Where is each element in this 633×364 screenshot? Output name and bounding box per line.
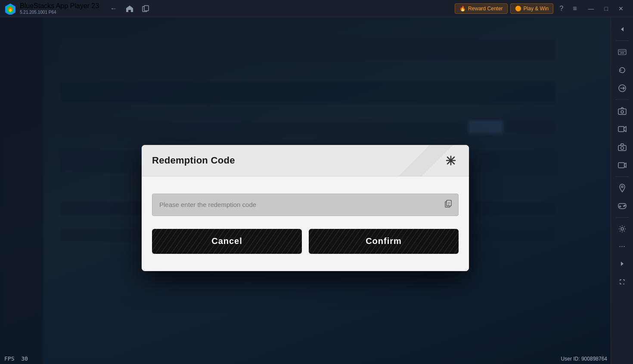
svg-rect-28 bbox=[618, 163, 624, 168]
svg-point-33 bbox=[624, 205, 625, 206]
back-button[interactable]: ← bbox=[108, 3, 120, 14]
svg-rect-23 bbox=[618, 109, 626, 114]
app-name: BlueStacks App Player 23 bbox=[20, 2, 99, 10]
video-button[interactable] bbox=[614, 157, 631, 174]
svg-point-34 bbox=[621, 228, 624, 230]
sync-button[interactable] bbox=[614, 80, 631, 97]
input-wrapper bbox=[152, 194, 459, 216]
home-button[interactable] bbox=[123, 3, 136, 14]
dialog-title: Redemption Code bbox=[152, 155, 235, 166]
maximize-button[interactable]: □ bbox=[599, 0, 613, 17]
cancel-button[interactable]: Cancel bbox=[152, 229, 302, 254]
minimize-button[interactable]: — bbox=[583, 0, 599, 17]
titlebar: BlueStacks App Player 23 5.21.205.1001 P… bbox=[0, 0, 633, 17]
expand-button[interactable] bbox=[614, 273, 631, 290]
redemption-code-dialog: Redemption Code bbox=[142, 145, 469, 271]
play-win-button[interactable]: 🟠 Play & Win bbox=[510, 3, 554, 14]
sidebar-divider-2 bbox=[616, 99, 629, 100]
menu-button[interactable]: ≡ bbox=[569, 3, 580, 14]
confirm-button[interactable]: Confirm bbox=[309, 229, 459, 254]
main-content: Redemption Code bbox=[0, 17, 611, 364]
right-sidebar: ··· bbox=[611, 17, 633, 364]
app-version: 5.21.205.1001 P64 bbox=[20, 10, 99, 15]
sidebar-divider-3 bbox=[616, 176, 629, 177]
collapse-sidebar-button[interactable] bbox=[614, 21, 631, 38]
titlebar-right: 🔥 Reward Center 🟠 Play & Win ? ≡ — □ ✕ bbox=[455, 0, 633, 17]
fps-counter: FPS 30 bbox=[4, 355, 28, 362]
svg-rect-25 bbox=[618, 126, 624, 132]
dialog-body: Cancel Confirm bbox=[142, 176, 469, 271]
screenshot-button[interactable] bbox=[614, 102, 631, 120]
svg-rect-5 bbox=[144, 6, 149, 11]
user-id: User ID: 900898764 bbox=[561, 356, 607, 362]
svg-point-29 bbox=[621, 186, 623, 188]
location-button[interactable] bbox=[614, 179, 631, 197]
sidebar-divider-4 bbox=[616, 217, 629, 218]
rotate-button[interactable] bbox=[614, 62, 631, 79]
camera-button[interactable] bbox=[614, 139, 631, 156]
app-logo-section: BlueStacks App Player 23 5.21.205.1001 P… bbox=[0, 2, 103, 15]
nav-buttons: ← bbox=[103, 3, 157, 14]
reward-center-button[interactable]: 🔥 Reward Center bbox=[455, 3, 508, 14]
redemption-code-input[interactable] bbox=[152, 194, 459, 216]
settings-button[interactable] bbox=[614, 220, 631, 238]
modal-overlay: Redemption Code bbox=[0, 34, 611, 364]
close-asterisk-icon bbox=[446, 155, 456, 166]
window-controls: — □ ✕ bbox=[583, 0, 629, 17]
keyboard-button[interactable] bbox=[614, 43, 631, 61]
help-button[interactable]: ? bbox=[556, 3, 567, 14]
coin-icon: 🟠 bbox=[515, 6, 521, 12]
svg-rect-15 bbox=[618, 49, 626, 55]
close-button[interactable]: ✕ bbox=[613, 0, 629, 17]
flame-icon: 🔥 bbox=[459, 6, 466, 12]
more-options[interactable]: ··· bbox=[619, 238, 625, 254]
dialog-footer: Cancel Confirm bbox=[152, 229, 459, 258]
svg-point-24 bbox=[621, 111, 624, 113]
record-button[interactable] bbox=[614, 120, 631, 138]
app-info: BlueStacks App Player 23 5.21.205.1001 P… bbox=[20, 2, 99, 15]
gamepad-button[interactable] bbox=[614, 197, 631, 215]
paste-icon[interactable] bbox=[444, 199, 453, 210]
sidebar-divider-1 bbox=[616, 40, 629, 41]
bluestacks-logo-icon bbox=[4, 3, 16, 15]
svg-point-27 bbox=[621, 147, 624, 150]
dialog-header: Redemption Code bbox=[142, 145, 469, 176]
dialog-close-button[interactable] bbox=[443, 153, 459, 168]
collapse-left-button[interactable] bbox=[614, 255, 631, 272]
multi-instance-button[interactable] bbox=[140, 3, 152, 14]
